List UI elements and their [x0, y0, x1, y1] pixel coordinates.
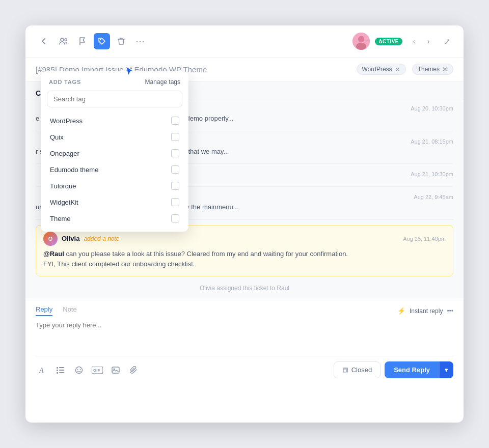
list-item[interactable]: Theme	[45, 210, 184, 227]
font-format-button[interactable]: A	[36, 363, 49, 377]
tag-wordpress: WordPress ✕	[357, 64, 406, 75]
toolbar: ⋯ ACTIVE ‹ › ⤢	[25, 25, 464, 58]
widgetkit-checkbox[interactable]	[171, 198, 179, 206]
tag-themes: Themes ✕	[412, 64, 453, 75]
reply-input[interactable]	[36, 321, 453, 352]
toolbar-left: ⋯	[36, 33, 348, 49]
svg-point-0	[61, 38, 64, 41]
remove-themes-tag[interactable]: ✕	[442, 66, 448, 73]
theme-checkbox[interactable]	[171, 214, 179, 222]
reply-tab-right: ⚡ Instant reply •••	[397, 307, 453, 315]
next-button[interactable]: ›	[422, 35, 435, 48]
list-item[interactable]: Quix	[45, 129, 184, 145]
note-author: O Olivia added a note	[43, 232, 120, 246]
system-message: Olivia assigned this ticket to Raul	[36, 282, 453, 298]
delete-button[interactable]	[113, 33, 129, 49]
svg-rect-11	[57, 372, 58, 374]
mention: @Raul	[43, 250, 64, 258]
prev-button[interactable]: ‹	[408, 35, 421, 48]
note-avatar: O	[43, 232, 58, 246]
svg-rect-10	[59, 370, 64, 371]
list-item[interactable]: Tutorque	[45, 178, 184, 194]
users-button[interactable]	[55, 33, 71, 49]
reply-toolbar: A GIF	[36, 356, 453, 385]
closed-label: Closed	[351, 366, 372, 374]
image-button[interactable]	[109, 363, 122, 377]
svg-text:GIF: GIF	[93, 368, 100, 373]
remove-wordpress-tag[interactable]: ✕	[395, 66, 400, 73]
svg-point-15	[80, 369, 81, 370]
list-format-button[interactable]	[54, 363, 67, 377]
instant-reply-label[interactable]: Instant reply	[410, 307, 443, 315]
expand-button[interactable]: ⤢	[440, 35, 453, 48]
closed-button[interactable]: Closed	[334, 361, 381, 378]
svg-point-14	[77, 369, 78, 370]
tab-reply[interactable]: Reply	[36, 305, 52, 316]
send-reply-dropdown-button[interactable]: ▾	[439, 361, 453, 378]
reply-tab-left: Reply Note	[36, 305, 77, 316]
reply-actions: Closed Send Reply ▾	[334, 361, 453, 378]
active-badge: ACTIVE	[375, 38, 402, 45]
flag-button[interactable]	[74, 33, 91, 49]
attachment-button[interactable]	[127, 363, 141, 377]
format-buttons: A GIF	[36, 363, 141, 377]
list-item[interactable]: Edumodo theme	[45, 161, 184, 178]
svg-rect-9	[57, 370, 58, 371]
emoji-button[interactable]	[72, 363, 86, 377]
wordpress-checkbox[interactable]	[171, 117, 179, 125]
svg-point-5	[356, 43, 366, 50]
note-row: O Olivia added a note Aug 25, 11:40pm @R…	[36, 225, 453, 277]
tag-button[interactable]	[94, 33, 110, 49]
back-button[interactable]	[36, 33, 52, 49]
list-item[interactable]: Onepager	[45, 145, 184, 161]
list-item[interactable]: WordPress	[45, 113, 184, 129]
note-text: @Raul can you please take a look at this…	[43, 249, 446, 270]
svg-rect-8	[59, 367, 64, 368]
send-reply-button[interactable]: Send Reply	[385, 361, 439, 378]
svg-rect-7	[57, 367, 58, 369]
more-button[interactable]: ⋯	[132, 33, 149, 49]
avatar	[352, 33, 370, 50]
nav-arrows: ‹ ›	[408, 35, 435, 48]
svg-text:A: A	[39, 367, 44, 374]
more-options-icon[interactable]: •••	[447, 307, 453, 315]
edumodo-checkbox[interactable]	[171, 165, 179, 174]
add-tags-dropdown: ADD TAGS Manage tags WordPress Quix Onep…	[41, 71, 188, 232]
svg-point-13	[76, 367, 83, 373]
note-header: O Olivia added a note Aug 25, 11:40pm	[43, 232, 446, 246]
manage-tags-link[interactable]: Manage tags	[145, 78, 180, 86]
tag-list: WordPress Quix Onepager Edumodo theme Tu…	[41, 113, 188, 232]
svg-point-2	[100, 39, 101, 40]
gif-button[interactable]: GIF	[91, 363, 104, 377]
reply-tabs: Reply Note ⚡ Instant reply •••	[36, 305, 453, 316]
svg-point-1	[64, 39, 66, 41]
quix-checkbox[interactable]	[171, 133, 179, 141]
onepager-checkbox[interactable]	[171, 149, 179, 157]
toolbar-right: ACTIVE ‹ › ⤢	[352, 33, 453, 50]
dropdown-header: ADD TAGS Manage tags	[41, 71, 188, 91]
tab-note[interactable]: Note	[63, 305, 76, 316]
reply-area: Reply Note ⚡ Instant reply ••• A	[25, 298, 464, 385]
list-item[interactable]: WidgetKit	[45, 194, 184, 210]
tag-search-input[interactable]	[47, 91, 182, 107]
send-reply-button-group: Send Reply ▾	[385, 361, 453, 378]
dropdown-title: ADD TAGS	[49, 79, 81, 85]
svg-rect-12	[59, 372, 64, 373]
main-window: ⋯ ACTIVE ‹ › ⤢ [#985] Demo Import Issue …	[25, 25, 464, 423]
lightning-icon: ⚡	[397, 307, 405, 315]
svg-point-4	[358, 36, 364, 43]
tutorque-checkbox[interactable]	[171, 182, 179, 190]
